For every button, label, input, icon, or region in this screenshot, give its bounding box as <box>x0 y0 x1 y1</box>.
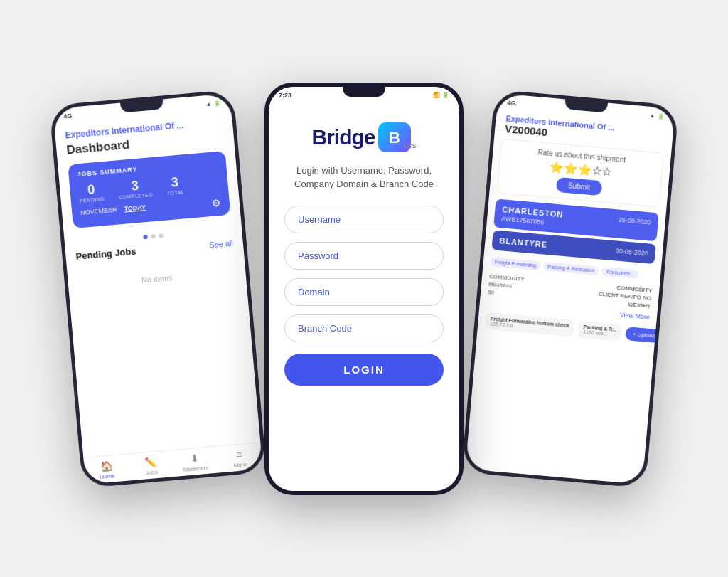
tag-packing: Packing & Relocation <box>543 261 599 275</box>
file-card-2: Packing & R... 1136 test... <box>577 320 622 341</box>
blantyre-city: BLANTYRE <box>499 236 548 249</box>
file-card-1: Freight Forwarding bottom check 195.72 K… <box>485 312 575 337</box>
jobs-stat-pending: 0 PENDING <box>78 181 105 203</box>
scene: 4G ▲ 🔋 Expeditors International Of ... D… <box>44 22 684 556</box>
left-screen: Expeditors International Of ... Dashboar… <box>54 107 262 485</box>
center-wifi-icon: 📶 <box>433 92 440 98</box>
nav-statement[interactable]: ⬇ Statement <box>172 450 218 473</box>
logo-area: Bridge B LCS <box>311 122 416 152</box>
right-battery-icon: 🔋 <box>657 112 665 120</box>
pending-label: PENDING <box>80 196 105 203</box>
tab-november[interactable]: NOVEMBER <box>80 206 118 220</box>
signal-icon: 🔋 <box>213 99 221 106</box>
logo-text: Bridge <box>311 125 375 149</box>
svg-text:B: B <box>389 129 400 147</box>
nav-statement-label: Statement <box>183 464 209 472</box>
no-items-text: No items <box>78 268 236 290</box>
domain-input[interactable] <box>284 278 444 306</box>
home-icon: 🏠 <box>100 460 113 472</box>
total-label: TOTAL <box>167 189 185 196</box>
jobs-icon: ✏️ <box>144 456 157 468</box>
upload-button[interactable]: + Upload File <box>625 326 674 344</box>
center-battery-icon: 🔋 <box>442 92 449 98</box>
center-status-icons: 📶 🔋 <box>433 92 449 98</box>
nav-home-label: Home <box>100 472 115 480</box>
completed-num: 3 <box>131 178 139 194</box>
left-phone: 4G ▲ 🔋 Expeditors International Of ... D… <box>49 89 267 488</box>
center-time: 7:23 <box>279 92 291 99</box>
logo-lcs: LCS <box>404 142 417 149</box>
total-num: 3 <box>171 174 179 190</box>
statement-icon: ⬇ <box>191 452 200 464</box>
password-input[interactable] <box>284 242 444 270</box>
nav-jobs-label: Jobs <box>145 469 158 476</box>
pending-jobs-title: Pending Jobs <box>75 245 136 261</box>
jobs-stat-total: 3 TOTAL <box>166 174 185 196</box>
completed-label: COMPLETED <box>119 192 153 200</box>
more-icon: ≡ <box>236 448 243 460</box>
login-screen: Bridge B LCS Login with Username, P <box>269 101 459 491</box>
shipment-screen: Expeditors International Of ... V200040 … <box>465 107 673 485</box>
tab-today[interactable]: TODAY <box>124 203 146 217</box>
dot-1 <box>143 234 148 239</box>
right-time: 4G <box>507 99 516 107</box>
dot-3 <box>159 233 164 238</box>
submit-button[interactable]: Submit <box>556 176 602 195</box>
login-subtitle: Login with Username, Password, Company D… <box>284 164 444 191</box>
blantyre-date: 30-08-2020 <box>615 247 648 257</box>
see-all-link[interactable]: See all <box>209 238 234 249</box>
left-status-icons: ▲ 🔋 <box>205 99 221 107</box>
login-screen-container: Bridge B LCS Login with Username, P <box>269 101 459 491</box>
center-phone: 7:23 📶 🔋 Bridge <box>264 83 464 495</box>
login-button[interactable]: LOGIN <box>284 354 444 386</box>
nav-more-label: More <box>233 461 247 469</box>
pending-num: 0 <box>87 182 95 198</box>
branch-code-input[interactable] <box>284 314 444 342</box>
nav-home[interactable]: 🏠 Home <box>84 458 130 481</box>
right-status-icons: ▲ 🔋 <box>649 112 665 120</box>
username-input[interactable] <box>284 206 444 233</box>
wifi-icon: ▲ <box>205 100 212 107</box>
shipment-screen-container: Expeditors International Of ... V200040 … <box>465 107 673 485</box>
jobs-stat-completed: 3 COMPLETED <box>117 177 153 200</box>
dashboard-screen: Expeditors International Of ... Dashboar… <box>54 107 260 457</box>
dot-2 <box>151 234 156 239</box>
tag-freight: Freight Forwarding <box>490 257 541 270</box>
nav-more[interactable]: ≡ More <box>217 447 263 470</box>
nav-jobs[interactable]: ✏️ Jobs <box>128 455 174 477</box>
left-time: 4G <box>63 112 73 120</box>
charleston-date: 26-08-2020 <box>618 216 651 226</box>
jobs-summary-card: JOBS SUMMARY 0 PENDING 3 COMPLETED 3 TOT <box>68 151 230 228</box>
right-wifi-icon: ▲ <box>649 112 655 119</box>
tag-transport: Transporta... <box>601 266 638 278</box>
center-phone-notch <box>343 87 385 97</box>
settings-icon[interactable]: ⚙ <box>211 196 221 208</box>
right-phone: 4G ▲ 🔋 Expeditors International Of ... V… <box>461 89 679 488</box>
